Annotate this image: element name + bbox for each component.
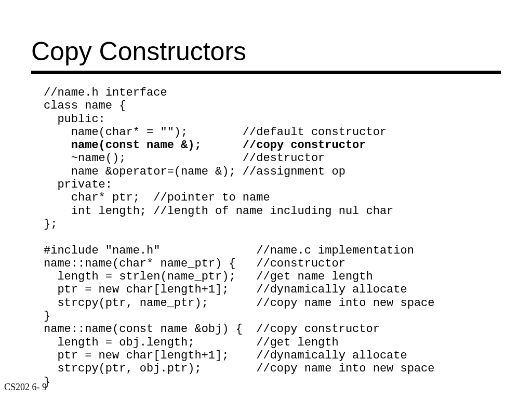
- code-line: name(char* = ""); //default constructor: [44, 126, 387, 139]
- code-line: name &operator=(name &); //assignment op: [44, 165, 345, 178]
- code-line: class name {: [44, 99, 126, 112]
- code-line: int length; //length of name including n…: [44, 205, 393, 218]
- slide-footer: CS202 6- 9: [4, 382, 47, 393]
- code-line: ptr = new char[length+1]; //dynamically …: [44, 283, 407, 296]
- code-line: private:: [44, 178, 112, 191]
- slide-title: Copy Constructors: [31, 36, 501, 66]
- code-line: name::name(const name &obj) { //copy con…: [44, 323, 380, 336]
- title-rule: [31, 71, 501, 74]
- code-line-bold: name(const name &);: [44, 139, 202, 152]
- code-line: char* ptr; //pointer to name: [44, 191, 270, 204]
- code-line: }: [44, 310, 50, 323]
- code-line: strcpy(ptr, obj.ptr); //copy name into n…: [44, 362, 435, 375]
- code-line: ptr = new char[length+1]; //dynamically …: [44, 349, 407, 362]
- code-line: name::name(char* name_ptr) { //construct…: [44, 257, 345, 270]
- code-line: strcpy(ptr, name_ptr); //copy name into …: [44, 297, 435, 310]
- code-line: };: [44, 218, 57, 231]
- code-line: length = strlen(name_ptr); //get name le…: [44, 270, 373, 283]
- code-line: length = obj.length; //get length: [44, 336, 339, 349]
- slide: Copy Constructors //name.h interface cla…: [0, 0, 532, 389]
- code-line: ~name(); //destructor: [44, 152, 325, 165]
- code-line: #include "name.h" //name.c implementatio…: [44, 244, 414, 257]
- code-line-bold: //copy constructor: [202, 139, 366, 152]
- code-line: public:: [44, 113, 105, 126]
- code-line: //name.h interface: [44, 86, 167, 99]
- code-block: //name.h interface class name { public: …: [44, 86, 501, 389]
